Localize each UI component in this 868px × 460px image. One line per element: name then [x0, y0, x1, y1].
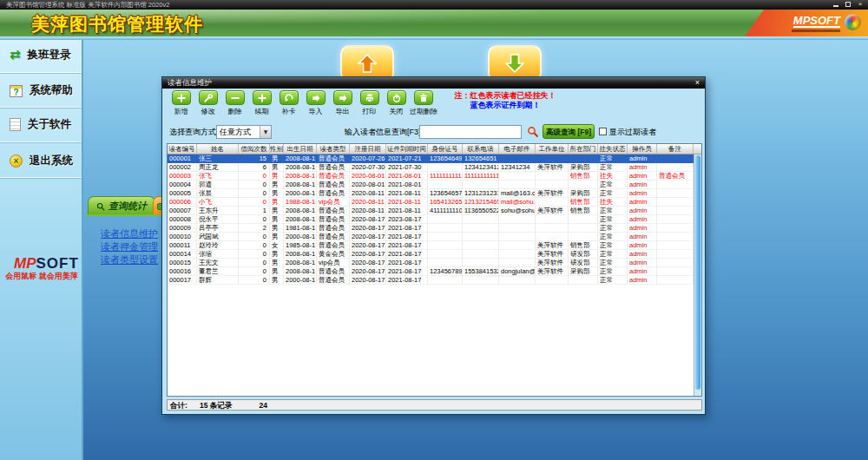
delete-button[interactable]: 删除: [221, 90, 248, 116]
table-cell: 15: [239, 154, 270, 163]
table-row[interactable]: 000010武国斌0男2000-08-1普通会员2020-08-172021-0…: [168, 233, 701, 241]
sidebar-item-exit-system[interactable]: × 退出系统: [10, 154, 73, 168]
add-button[interactable]: 新增: [168, 90, 194, 116]
table-row[interactable]: 000015王宪文0男2008-08-1vip会员2020-08-172021-…: [168, 259, 701, 267]
restore-icon[interactable]: [844, 1, 852, 9]
chevron-down-icon[interactable]: ▼: [260, 126, 271, 138]
dialog-close-icon[interactable]: ×: [693, 78, 702, 88]
table-row[interactable]: 000003张飞0男2008-08-1普通会员2020-08-012021-08…: [168, 172, 701, 181]
table-cell: 销售部: [569, 172, 598, 181]
link-reader-type-settings[interactable]: 读者类型设置: [101, 253, 158, 266]
renew-button[interactable]: 续期: [248, 90, 275, 116]
table-cell: 2008-08-1: [284, 250, 317, 259]
table-row[interactable]: 000005张晨0男2000-08-1普通会员2020-08-112021-08…: [168, 189, 701, 198]
column-header[interactable]: 联系电话: [463, 144, 499, 154]
advanced-query-button[interactable]: 高级查询 [F9]: [542, 124, 595, 139]
table-row[interactable]: 000006小飞0男1988-08-1vip会员2020-08-112021-0…: [168, 198, 701, 207]
table-cell: admin: [628, 207, 657, 215]
window-titlebar[interactable]: 美萍图书馆管理系统 标准版 美萍软件内部图书馆 2020v2: [0, 0, 868, 10]
reissue-card-button[interactable]: 补卡: [275, 90, 302, 116]
show-expired-checkbox[interactable]: [599, 128, 607, 135]
column-header[interactable]: 借阅次数: [239, 144, 270, 154]
table-cell: 美萍软件: [536, 189, 569, 198]
table-cell: 2020-08-11: [350, 189, 386, 198]
query-mode-value: 任意方式: [220, 127, 251, 138]
summary-label: 合计:: [168, 400, 197, 410]
table-cell: 采购部: [569, 189, 598, 198]
column-header[interactable]: 电子邮件: [499, 144, 536, 154]
table-cell: 美萍软件: [536, 241, 569, 250]
column-header[interactable]: 所在部门: [569, 144, 598, 154]
table-cell: 2008-08-1: [284, 259, 317, 267]
table-cell: 0: [239, 189, 270, 198]
table-cell: [499, 276, 536, 285]
link-reader-deposit-management[interactable]: 读者押金管理: [101, 240, 158, 253]
table-row[interactable]: 000007王东升1男2008-08-1普通会员2020-08-112021-0…: [168, 207, 701, 215]
table-cell: 2020-08-17: [350, 267, 386, 276]
column-header[interactable]: 注册日期: [350, 144, 386, 154]
column-header[interactable]: 性别: [270, 144, 284, 154]
table-cell: 2020-08-17: [350, 250, 386, 259]
column-header[interactable]: 读者类型: [317, 144, 350, 154]
query-mode-label: 选择查询方式:: [169, 125, 219, 139]
search-input[interactable]: [419, 125, 522, 139]
sidebar-divider: [0, 107, 82, 108]
table-row[interactable]: 000017群辉0男2000-08-1普通会员2020-08-172021-08…: [168, 276, 701, 285]
table-row[interactable]: 000009吕亭亭2男1981-08-1普通会员2020-08-172021-0…: [168, 224, 701, 233]
table-row[interactable]: 000001张三15男2008-08-1普通会员2020-07-262021-0…: [168, 154, 701, 163]
sidebar-item-shift-login[interactable]: ⇄ 换班登录: [10, 48, 71, 62]
table-cell: 董君兰: [197, 267, 239, 276]
table-cell: [463, 276, 499, 285]
close-dialog-button[interactable]: 关闭: [383, 90, 410, 116]
table-cell: [463, 250, 499, 259]
close-icon[interactable]: ×: [856, 1, 865, 9]
minimize-icon[interactable]: [832, 1, 840, 9]
table-cell: 张三: [197, 154, 239, 163]
sidebar-item-about-software[interactable]: 关于软件: [10, 117, 71, 132]
column-header[interactable]: 工作单位: [536, 144, 569, 154]
table-cell: 000011: [168, 241, 197, 250]
search-row: 选择查询方式: 任意方式 ▼ 输入读者信息查询[F3]: 高级查询 [F9] 显…: [162, 122, 707, 141]
tab-query-statistics[interactable]: 查询统计: [88, 196, 155, 215]
table-row[interactable]: 000008倪永平0男2008-08-1普通会员2020-08-172023-0…: [168, 215, 701, 224]
show-expired-label: 显示过期读者: [609, 125, 656, 139]
query-mode-select[interactable]: 任意方式 ▼: [216, 125, 272, 139]
trash-icon: [418, 93, 429, 103]
print-button[interactable]: 打印: [356, 90, 383, 116]
export-button[interactable]: 导出: [329, 90, 356, 116]
table-row[interactable]: 000004郭通0男2008-08-1普通会员2020-08-012021-08…: [168, 181, 701, 189]
column-header[interactable]: 出生日期: [284, 144, 317, 154]
import-button[interactable]: 导入: [302, 90, 329, 116]
dialog-toolbar: 新增 修改 删除 续期 补卡 导入: [168, 90, 437, 116]
column-header[interactable]: 操作员: [628, 144, 657, 154]
column-header[interactable]: 姓名: [197, 144, 239, 154]
table-cell: [499, 154, 536, 163]
table-cell: 000009: [168, 224, 197, 233]
dialog-titlebar[interactable]: 读者信息维护: [162, 77, 705, 89]
table-cell: 2020-08-17: [350, 276, 386, 285]
table-cell: 0: [239, 233, 270, 241]
link-reader-info-maintenance[interactable]: 读者信息维护: [101, 227, 158, 240]
table-cell: 2021-08-17: [386, 250, 428, 259]
sidebar-item-system-help[interactable]: ? 系统帮助: [10, 83, 73, 98]
edit-button[interactable]: 修改: [194, 90, 221, 116]
column-header[interactable]: 证件到期时间: [386, 144, 428, 154]
table-row[interactable]: 000011赵玲玲0女1985-08-1普通会员2020-08-172021-0…: [168, 241, 701, 250]
tab-label: 查询统计: [108, 200, 147, 213]
table-row[interactable]: 000016董君兰0男2008-08-1普通会员2020-08-172021-0…: [168, 267, 701, 276]
table-cell: 普通会员: [317, 276, 350, 285]
table-scrollbar[interactable]: [694, 154, 701, 396]
table-cell: admin: [628, 172, 657, 181]
table-cell: [657, 276, 694, 285]
table-cell: 2021-08-11: [386, 189, 428, 198]
table-row[interactable]: 000002周正龙6男2008-08-1普通会员2020-07-302021-0…: [168, 163, 701, 172]
column-header[interactable]: 身份证号: [428, 144, 463, 154]
column-header[interactable]: 挂失状态: [598, 144, 628, 154]
table-row[interactable]: 000014张缩0男2008-08-1黄金会员2020-08-172021-08…: [168, 250, 701, 259]
delete-expired-button[interactable]: 过期删除: [410, 90, 437, 116]
scrollbar-thumb[interactable]: [695, 155, 700, 390]
table-cell: 000004: [168, 181, 197, 189]
search-magnifier-icon[interactable]: [527, 126, 539, 140]
column-header[interactable]: 读者编号: [168, 144, 197, 154]
column-header[interactable]: 备注: [657, 144, 694, 154]
